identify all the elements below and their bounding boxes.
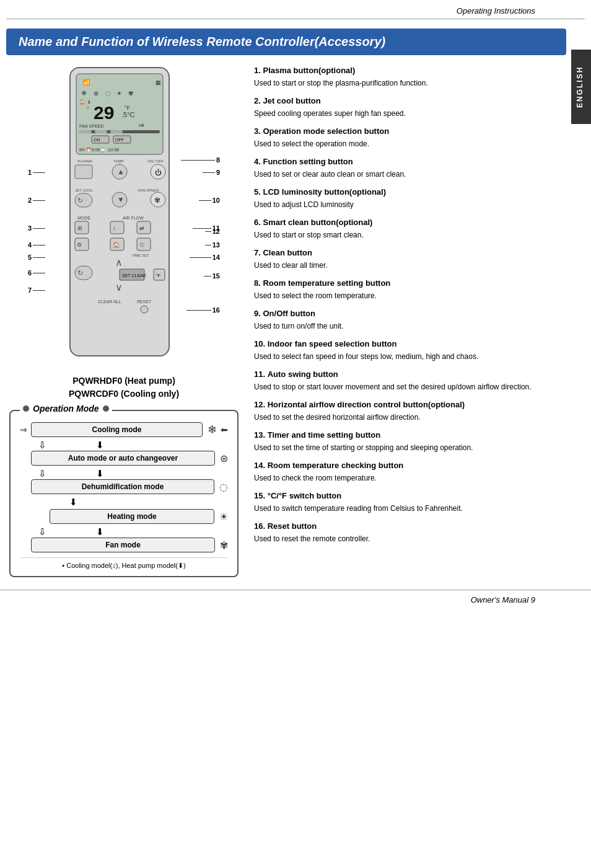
svg-rect-28: [75, 165, 92, 179]
feature-desc: Used to set or clear auto clean or smart…: [254, 170, 406, 179]
svg-text:⇄: ⇄: [139, 225, 144, 231]
svg-text:°F: °F: [125, 105, 131, 111]
svg-text:🏠 🌡: 🏠 🌡: [79, 99, 92, 105]
ann-10: 10: [199, 197, 220, 204]
feature-num: 16.: [254, 521, 265, 531]
feature-desc: Used to select fan speed in four steps l…: [254, 352, 478, 361]
cooling-mode-box: Cooling mode: [31, 422, 203, 437]
svg-text:∨: ∨: [115, 282, 123, 293]
feature-desc: Used to start or stop smart clean.: [254, 231, 364, 239]
cooling-mode-row: ⇒ Cooling mode ❄ ⬅: [20, 422, 228, 437]
feature-num: 15.: [254, 491, 265, 500]
operation-mode-title: Operation Mode: [20, 404, 112, 414]
auto-mode-box: Auto mode or auto changeover: [31, 451, 215, 466]
svg-text:◌: ◌: [105, 90, 111, 97]
feature-title: Operation mode selection button: [263, 126, 389, 136]
down-arrow-fan: ⇩: [38, 526, 46, 538]
ann-5: 5: [28, 254, 45, 261]
feature-item: 6. Smart clean button(optional)Used to s…: [254, 216, 554, 241]
down-arrow-cooling: ⇩: [38, 440, 46, 451]
feature-num: 4.: [254, 157, 261, 166]
feature-desc: Used to check the room temperature.: [254, 474, 377, 482]
feature-num: 7.: [254, 248, 261, 257]
feature-desc: Used to set the time of starting or stop…: [254, 443, 473, 452]
arrows-row-3: ⬇: [20, 497, 228, 508]
arrows-row-4: ⇩ ⬇: [20, 526, 228, 538]
remote-svg: 📶 ▦ ❄ ⊛ ◌ ☀ ✾ 🏠 🌡 ☆ 29 °F .5°C FAN SPEED…: [64, 64, 185, 368]
feature-item: 9. On/Off buttonUsed to turn on/off the …: [254, 308, 554, 332]
feature-title: Room temperature setting button: [263, 278, 390, 288]
svg-text:⏻: ⏻: [155, 169, 162, 176]
feature-num: 14.: [254, 461, 265, 470]
svg-text:PLASMA: PLASMA: [77, 159, 92, 163]
svg-text:ON / OFF: ON / OFF: [147, 159, 164, 163]
snowflake-icon: ❄: [208, 423, 217, 436]
feature-desc: Used to stop or start louver movement an…: [254, 383, 532, 391]
svg-text:ON: ON: [94, 138, 100, 142]
svg-text:⚙: ⚙: [77, 242, 82, 248]
feature-title: LCD luminosity button(optional): [263, 187, 386, 197]
feature-num: 1.: [254, 66, 261, 75]
cooling-arrow-in: ⇒: [20, 425, 27, 435]
feature-item: 12. Horizontal airflow direction control…: [254, 399, 554, 423]
feature-title: Reset button: [268, 521, 317, 531]
feature-desc: Used to set the desired horizontal airfl…: [254, 413, 421, 422]
top-divider: [6, 19, 585, 19]
model-text: PQWRHDF0 (Heat pump) PQWRCDF0 (Cooling o…: [6, 374, 242, 401]
ann-8: 8: [181, 156, 220, 164]
svg-text:⏲: ⏲: [139, 242, 145, 248]
feature-item: 4. Function setting buttonUsed to set or…: [254, 156, 554, 180]
main-content: 📶 ▦ ❄ ⊛ ◌ ☀ ✾ 🏠 🌡 ☆ 29 °F .5°C FAN SPEED…: [0, 64, 591, 577]
feature-num: 9.: [254, 309, 261, 318]
svg-text:⊛: ⊛: [94, 90, 98, 97]
feature-item: 8. Room temperature setting buttonUsed t…: [254, 277, 554, 301]
svg-text:✾: ✾: [128, 90, 133, 97]
feature-desc: Used to switch temperature reading from …: [254, 504, 463, 513]
svg-text:AIR FLOW: AIR FLOW: [123, 216, 144, 220]
svg-text:⊞: ⊞: [77, 225, 82, 231]
feature-num: 2.: [254, 96, 261, 105]
fan-mode-box: Fan mode: [31, 538, 215, 552]
svg-point-66: [141, 306, 148, 313]
feature-title: Room temperature checking button: [268, 461, 404, 470]
remote-diagram-container: 📶 ▦ ❄ ⊛ ◌ ☀ ✾ 🏠 🌡 ☆ 29 °F .5°C FAN SPEED…: [28, 64, 220, 368]
down-arrow-solid-3: ⬇: [69, 497, 77, 508]
ann-7: 7: [28, 286, 45, 294]
feature-num: 8.: [254, 278, 261, 288]
ann-4: 4: [28, 241, 45, 249]
svg-text:▼: ▼: [117, 195, 125, 204]
down-arrow-solid-4: ⬇: [96, 526, 104, 538]
section-banner: Name and Function of Wireless Remote Con…: [6, 29, 566, 55]
feature-title: °C/°F switch button: [268, 491, 341, 500]
svg-text:▲: ▲: [117, 167, 125, 176]
svg-text:.5°C: .5°C: [121, 111, 135, 118]
page-header: Operating Instructions: [0, 0, 591, 19]
feature-item: 15. °C/°F switch buttonUsed to switch te…: [254, 490, 554, 514]
svg-text:°F: °F: [155, 273, 160, 278]
cooling-note: • Cooling model(↕), Heat pump model(⬇): [20, 557, 228, 570]
heating-mode-row: Heating mode ☀: [20, 509, 228, 524]
feature-title: Horizontal airflow direction control but…: [268, 400, 465, 409]
auto-icon: ⊛: [220, 453, 228, 464]
svg-text:FAN SPEED: FAN SPEED: [138, 188, 159, 192]
svg-text:SET CLEAR: SET CLEAR: [122, 273, 146, 278]
mode-dot-left: [23, 405, 29, 412]
svg-text:⇒: ⇒: [138, 121, 144, 130]
svg-text:↻: ↻: [77, 197, 83, 204]
feature-title: Clean button: [263, 248, 312, 257]
feature-title: Timer and time setting button: [268, 430, 381, 440]
ann-6: 6: [28, 269, 45, 277]
right-column: 1. Plasma button(optional)Used to start …: [254, 64, 585, 577]
svg-text:▦: ▦: [155, 79, 161, 86]
feature-title: Auto swing button: [268, 370, 338, 379]
language-tab: ENGLISH: [571, 50, 591, 124]
svg-text:CLEAR ALL: CLEAR ALL: [98, 299, 121, 304]
svg-text:🏠: 🏠: [113, 241, 120, 249]
feature-desc: Used to reset the remote controller.: [254, 534, 370, 543]
feature-desc: Used to adjust LCD luminosity: [254, 200, 354, 209]
footer: Owner's Manual 9: [0, 590, 591, 609]
feature-num: 10.: [254, 339, 265, 348]
ann-16: 16: [186, 306, 220, 314]
feature-item: 7. Clean buttonUsed to clear all timer.: [254, 247, 554, 271]
feature-desc: Speed cooling operates super high fan sp…: [254, 109, 406, 118]
